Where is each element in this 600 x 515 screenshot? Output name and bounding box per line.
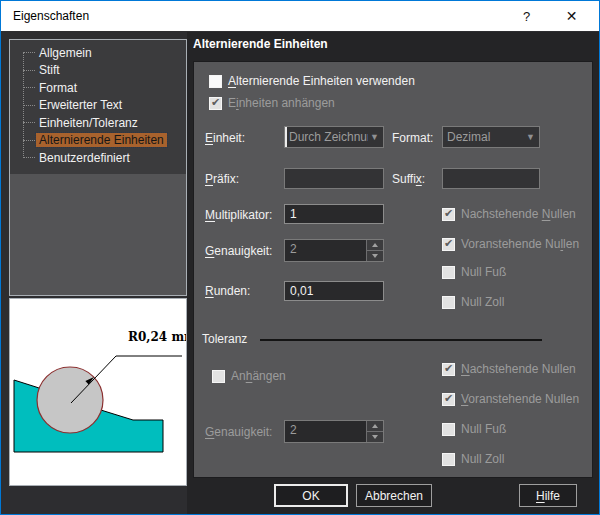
sidebar-item-label: Einheiten/Toleranz	[36, 116, 141, 130]
checkbox-label: Null Fuß	[461, 265, 506, 279]
sidebar-item-benutzerdefiniert[interactable]: Benutzerdefiniert	[10, 149, 186, 167]
precision-label: Genauigkeit:	[205, 244, 272, 258]
tree-connector	[23, 157, 35, 158]
checkbox-box	[209, 97, 222, 110]
radius-annotation: R0,24 mm	[128, 330, 186, 344]
checkbox-label: Nachstehende Nullen	[461, 362, 576, 376]
precision-value: 2	[285, 240, 366, 261]
tree-connector	[23, 52, 35, 53]
zero-inches-checkbox: Null Zoll	[442, 295, 504, 309]
tolerance-precision-value: 2	[285, 421, 366, 442]
checkbox-label: Null Fuß	[461, 422, 506, 436]
checkbox-box	[442, 208, 455, 221]
tolerance-zero-feet-checkbox: Null Fuß	[442, 422, 506, 436]
section-divider	[260, 339, 542, 341]
help-button[interactable]: Hilfe	[519, 484, 577, 507]
sidebar-item-stift[interactable]: Stift	[10, 62, 186, 80]
chevron-down-icon: ▼	[370, 132, 379, 142]
checkbox-label: Null Zoll	[461, 452, 504, 466]
leading-zeros-checkbox: Voranstehende Nullen	[442, 237, 579, 251]
checkbox-box	[442, 393, 455, 406]
dimensioned-circle	[37, 367, 103, 433]
checkbox-box	[442, 296, 455, 309]
unit-value: Durch Zeichnur	[289, 130, 368, 144]
dimension-preview: R0,24 mm	[9, 298, 187, 486]
format-label: Format:	[392, 131, 433, 145]
unit-label: Einheit:	[205, 131, 245, 145]
tree-list: AllgemeinStiftFormatErweiterter TextEinh…	[10, 44, 186, 167]
spin-down-icon	[367, 432, 383, 442]
tolerance-precision-label: Genauigkeit:	[205, 425, 272, 439]
tree-connector	[23, 122, 35, 123]
checkbox-label: Anhängen	[231, 369, 286, 383]
sidebar-item-label: Erweiterter Text	[36, 98, 125, 112]
rounding-label: Runden:	[205, 284, 250, 298]
tolerance-leading-zeros-checkbox: Voranstehende Nullen	[442, 392, 579, 406]
use-alternate-units-checkbox[interactable]: Alternierende Einheiten verwenden	[209, 74, 415, 88]
cancel-button[interactable]: Abbrechen	[356, 484, 432, 507]
titlebar: Eigenschaften ? ✕	[1, 1, 599, 31]
rounding-input	[284, 281, 384, 301]
checkbox-label: Voranstehende Nullen	[461, 392, 579, 406]
tree-connector	[23, 70, 35, 71]
category-tree-panel: AllgemeinStiftFormatErweiterter TextEinh…	[9, 39, 187, 296]
spin-up-icon	[367, 421, 383, 432]
alternate-units-panel: Alternierende Einheiten verwenden Einhei…	[193, 61, 593, 478]
sidebar-item-format[interactable]: Format	[10, 79, 186, 97]
sidebar-item-label: Format	[36, 81, 80, 95]
tolerance-trailing-zeros-checkbox: Nachstehende Nullen	[442, 362, 576, 376]
tolerance-section-label: Toleranz	[202, 332, 247, 346]
pane-title: Alternierende Einheiten	[193, 37, 328, 51]
sidebar-item-label: Alternierende Einheiten	[36, 133, 167, 147]
checkbox-label: Nachstehende Nullen	[461, 207, 576, 221]
tree-connector	[23, 105, 35, 106]
checkbox-label: Voranstehende Nullen	[461, 237, 579, 251]
sidebar-item-label: Benutzerdefiniert	[36, 151, 133, 165]
checkbox-box	[442, 363, 455, 376]
zero-feet-checkbox: Null Fuß	[442, 265, 506, 279]
format-dropdown: Dezimal ▼	[442, 126, 540, 148]
chevron-down-icon: ▼	[526, 132, 535, 142]
sidebar-item-label: Stift	[36, 63, 63, 77]
settings-pane: Alternierende Einheiten Alternierende Ei…	[187, 32, 599, 515]
trailing-zeros-checkbox: Nachstehende Nullen	[442, 207, 576, 221]
append-units-checkbox: Einheiten anhängen	[209, 96, 335, 110]
close-icon[interactable]: ✕	[549, 1, 594, 31]
tolerance-precision-spinner: 2	[284, 420, 384, 443]
spin-up-icon	[367, 240, 383, 251]
checkbox-label: Null Zoll	[461, 295, 504, 309]
sidebar-item-allgemein[interactable]: Allgemein	[10, 44, 186, 62]
window-title: Eigenschaften	[1, 9, 89, 23]
format-value: Dezimal	[447, 130, 524, 144]
checkbox-label: Einheiten anhängen	[228, 96, 335, 110]
suffix-input	[442, 168, 540, 189]
prefix-label: Präfix:	[205, 172, 239, 186]
suffix-label: Suffix:	[392, 172, 425, 186]
preview-drawing: R0,24 mm	[10, 299, 186, 485]
checkbox-box	[442, 266, 455, 279]
tree-connector	[23, 140, 35, 141]
checkbox-box	[212, 370, 225, 383]
sidebar-item-label: Allgemein	[36, 46, 95, 60]
multiplier-input	[284, 204, 384, 224]
checkbox-box	[442, 238, 455, 251]
sidebar-item-alternierende-einheiten[interactable]: Alternierende Einheiten	[10, 132, 186, 150]
checkbox-box	[442, 453, 455, 466]
prefix-input	[284, 168, 384, 189]
checkbox-label: Alternierende Einheiten verwenden	[228, 74, 415, 88]
checkbox-box[interactable]	[209, 75, 222, 88]
unit-dropdown: Durch Zeichnur ▼	[284, 126, 384, 148]
ok-button[interactable]: OK	[274, 484, 348, 507]
spin-down-icon	[367, 251, 383, 261]
tolerance-append-checkbox: Anhängen	[212, 369, 286, 383]
sidebar-item-einheiten-toleranz[interactable]: Einheiten/Toleranz	[10, 114, 186, 132]
multiplier-label: Multiplikator:	[205, 208, 272, 222]
tree-connector	[23, 87, 35, 88]
sidebar-item-erweiterter-text[interactable]: Erweiterter Text	[10, 97, 186, 115]
properties-dialog: Eigenschaften ? ✕ AllgemeinStiftFormatEr…	[0, 0, 600, 515]
tolerance-zero-inches-checkbox: Null Zoll	[442, 452, 504, 466]
checkbox-box	[442, 423, 455, 436]
precision-spinner: 2	[284, 239, 384, 262]
help-icon[interactable]: ?	[504, 1, 549, 31]
